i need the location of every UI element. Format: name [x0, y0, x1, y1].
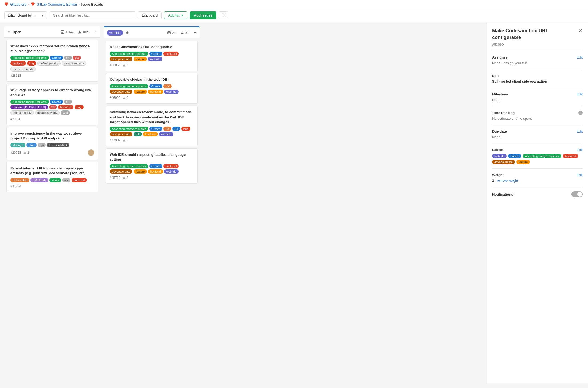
table-row[interactable]: Wiki Page History appears to direct to w…	[6, 84, 98, 125]
table-row[interactable]: Collapsable sidebar in the web IDEAccept…	[106, 73, 198, 104]
add-list-button[interactable]: Add list ▾	[164, 11, 187, 19]
list-item[interactable]: default-priority	[10, 110, 34, 115]
chevron-down-icon: ▾	[42, 13, 44, 17]
close-button[interactable]: ✕	[578, 28, 583, 34]
list-item[interactable]: devops:create	[110, 90, 132, 94]
list-item[interactable]: Accepting merge requests	[110, 127, 148, 131]
list-item[interactable]: backend	[72, 178, 87, 182]
weight-edit[interactable]: Edit	[577, 173, 583, 177]
list-item[interactable]: UX	[163, 84, 172, 88]
list-item[interactable]: bug	[181, 127, 190, 131]
list-item[interactable]: frontend	[143, 132, 158, 136]
list-item[interactable]: Create	[149, 84, 162, 88]
column-add-btn[interactable]: +	[194, 30, 197, 36]
right-panel: Make Codesandbox URL configurable ✕ #530…	[487, 22, 588, 383]
board-selector[interactable]: Editor Board by ... ▾	[4, 11, 47, 19]
list-item[interactable]: backend	[563, 154, 578, 158]
list-item[interactable]: Manage	[10, 143, 25, 147]
list-item[interactable]: Accepting merge requests	[523, 154, 561, 158]
list-item[interactable]: web ide	[148, 57, 162, 61]
list-item[interactable]: Accepting merge requests	[110, 52, 148, 56]
list-item[interactable]: Create	[50, 100, 63, 104]
list-item[interactable]: Accepting merge requests	[10, 100, 49, 104]
list-item[interactable]: P4	[64, 100, 72, 104]
column-toggle[interactable]: ▼	[7, 30, 10, 34]
list-item[interactable]: Platform [DEPRECATED]	[10, 105, 48, 109]
list-item[interactable]: devops:create	[492, 160, 515, 164]
list-item[interactable]: Deliverable	[10, 178, 29, 182]
due-date-edit[interactable]: Edit	[577, 129, 583, 133]
list-item[interactable]: feature	[516, 160, 530, 164]
list-item[interactable]: Create	[149, 52, 162, 56]
list-item[interactable]: feature	[134, 169, 147, 174]
trash-icon[interactable]: 🗑	[125, 31, 129, 35]
list-item[interactable]: Create	[50, 56, 63, 60]
list-item[interactable]: bug	[27, 61, 36, 66]
add-issues-button[interactable]: Add issues	[190, 11, 216, 19]
list-item[interactable]: web ide	[159, 132, 173, 136]
list-item[interactable]: feature	[134, 90, 147, 94]
list-item[interactable]: Plan	[26, 143, 37, 147]
list-item[interactable]: Accepting merge requests	[110, 84, 148, 88]
card-footer: #20728 2	[10, 149, 94, 156]
milestone-value: None	[492, 98, 583, 102]
list-item[interactable]: backend	[58, 105, 73, 109]
labels-edit[interactable]: Edit	[577, 148, 583, 152]
list-item[interactable]: PM Ready	[30, 178, 48, 182]
list-item[interactable]: backend	[163, 52, 179, 56]
breadcrumb-gitlab-ce[interactable]: GitLab Community Edition	[37, 2, 77, 6]
list-item[interactable]: wiki	[61, 110, 70, 115]
list-item[interactable]: diff	[134, 132, 142, 136]
card-footer: #29528	[10, 117, 94, 121]
table-row[interactable]: Extend internal API to download report-t…	[6, 162, 98, 192]
fullscreen-button[interactable]: ⛶	[219, 11, 228, 19]
list-item[interactable]: web ide	[164, 169, 179, 174]
search-input[interactable]	[50, 11, 135, 19]
table-row[interactable]: Improve consistency in the way we retrie…	[6, 127, 98, 160]
list-item[interactable]: P3	[163, 127, 171, 131]
list-item[interactable]: Verify	[49, 178, 61, 182]
edit-board-button[interactable]: Edit board	[138, 11, 162, 19]
list-item[interactable]: technical debt	[47, 143, 69, 147]
table-row[interactable]: Web IDE should respect .gitattribute lan…	[106, 148, 198, 184]
list-item[interactable]: Accepting merge requests	[10, 56, 49, 60]
list-item[interactable]: api	[38, 143, 46, 147]
list-item[interactable]: merge requests	[10, 67, 36, 72]
list-item[interactable]: devops:create	[110, 57, 132, 61]
table-row[interactable]: Switching between review mode, to commit…	[106, 106, 198, 146]
table-row[interactable]: Make Codesandbox URL configurableAccepti…	[106, 41, 198, 71]
list-item[interactable]: web ide	[164, 90, 179, 94]
column-add-btn[interactable]: +	[94, 29, 97, 35]
list-item[interactable]: S4	[172, 127, 180, 131]
list-item[interactable]: Accepting merge requests	[110, 164, 148, 168]
card-title: Make Codesandbox URL configurable	[110, 45, 194, 49]
notifications-toggle[interactable]	[571, 191, 583, 197]
list-item[interactable]: Create	[149, 127, 162, 131]
list-item[interactable]: default-severity	[35, 110, 60, 115]
breadcrumb-gitlab-org[interactable]: GitLab.org	[10, 2, 26, 6]
list-item[interactable]: devops:create	[110, 169, 132, 174]
list-item[interactable]: feature	[134, 57, 147, 61]
list-item[interactable]: default-severity	[62, 61, 87, 66]
milestone-edit[interactable]: Edit	[577, 92, 583, 96]
list-item[interactable]: bug	[75, 105, 84, 109]
assignee-edit[interactable]: Edit	[577, 55, 583, 59]
table-row[interactable]: What does "xxxx restored source branch x…	[6, 40, 98, 82]
time-tracking-help-icon[interactable]: ?	[578, 111, 583, 115]
weight-remove[interactable]: - remove weight	[495, 179, 518, 183]
list-item[interactable]: backend	[163, 164, 179, 168]
list-item[interactable]: S3	[49, 105, 57, 109]
list-item[interactable]: S3	[73, 56, 81, 60]
list-item[interactable]: web ide	[492, 154, 507, 158]
list-item[interactable]: backend	[10, 61, 26, 66]
list-item[interactable]: Create	[149, 164, 162, 168]
list-item[interactable]: default-priority	[37, 61, 61, 66]
time-tracking-value: No estimate or time spent	[492, 117, 583, 121]
column-stats: 15642 1825 +	[61, 29, 97, 35]
list-item[interactable]: P4	[64, 56, 72, 60]
list-item[interactable]: frontend	[148, 169, 163, 174]
list-item[interactable]: devops:create	[110, 132, 132, 136]
list-item[interactable]: frontend	[148, 90, 163, 94]
list-item[interactable]: api	[62, 178, 70, 182]
list-item[interactable]: Create	[508, 154, 521, 158]
